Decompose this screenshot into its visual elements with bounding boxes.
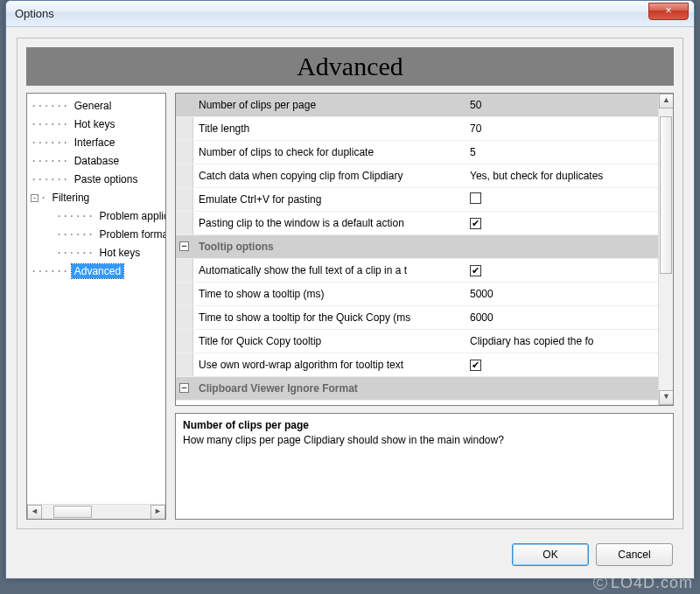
tree-label: Filtering: [50, 191, 93, 205]
prop-name: Time to show a tooltip (ms): [193, 288, 465, 300]
description-text: How many clips per page Clipdiary should…: [183, 434, 666, 446]
grid-row[interactable]: Number of clips per page50: [176, 94, 658, 117]
prop-value[interactable]: 5: [470, 146, 476, 158]
prop-name: Emulate Ctrl+V for pasting: [193, 193, 465, 206]
prop-name: Time to show a tooltip for the Quick Cop…: [193, 311, 465, 324]
scroll-left-button[interactable]: ◄: [27, 505, 42, 520]
options-window: Options × Advanced ······ General······ …: [5, 0, 695, 579]
scroll-down-button[interactable]: ▼: [659, 390, 674, 405]
collapse-icon[interactable]: −: [179, 383, 189, 393]
property-grid: Number of clips per page50Title length70…: [175, 93, 674, 406]
tree-item-advanced[interactable]: ······ Advanced: [31, 262, 165, 281]
expand-icon[interactable]: -: [31, 194, 38, 202]
grid-row[interactable]: Time to show a tooltip for the Quick Cop…: [176, 306, 658, 330]
prop-name: Title for Quick Copy tooltip: [193, 335, 465, 347]
tree-label: Hot keys: [72, 117, 118, 131]
prop-name: Use own word-wrap algorithm for tooltip …: [193, 359, 465, 371]
watermark: CLO4D.com: [593, 574, 693, 592]
cancel-button[interactable]: Cancel: [596, 543, 673, 566]
tree-label: Interface: [72, 136, 118, 150]
grid-row[interactable]: Emulate Ctrl+V for pasting: [176, 188, 658, 212]
tree-item-problem-formats[interactable]: ······ Problem formats: [31, 226, 165, 244]
grid-section[interactable]: −Clipboard Viewer Ignore Format: [176, 377, 658, 401]
tree-body: ······ General······ Hot keys······ Inte…: [31, 97, 165, 503]
grid-row[interactable]: Catch data when copying clip from Clipdi…: [176, 164, 658, 188]
window-title: Options: [15, 7, 54, 20]
section-label: Tooltip options: [193, 241, 658, 253]
tree-item-database[interactable]: ······ Database: [31, 152, 165, 171]
tree-item-paste-options[interactable]: ······ Paste options: [31, 171, 165, 189]
grid-row[interactable]: Number of clips to check for duplicate5: [176, 141, 658, 164]
grid-row[interactable]: Pasting clip to the window is a default …: [176, 212, 658, 235]
tree-item-general[interactable]: ······ General: [31, 97, 165, 115]
content-frame: Advanced ······ General······ Hot keys··…: [17, 38, 683, 529]
close-button[interactable]: ×: [648, 3, 689, 20]
grid-section[interactable]: −Tooltip options: [176, 235, 658, 259]
grid-row[interactable]: Use own word-wrap algorithm for tooltip …: [176, 353, 658, 377]
checkbox[interactable]: ✔: [470, 218, 481, 229]
prop-name: Number of clips to check for duplicate: [193, 146, 465, 158]
section-label: Clipboard Viewer Ignore Format: [193, 382, 658, 395]
tree-label: Advanced: [72, 264, 123, 278]
checkbox[interactable]: [470, 192, 481, 204]
description-title: Number of clips per page: [183, 419, 666, 431]
scroll-thumb[interactable]: [660, 116, 672, 274]
tree-item-filtering[interactable]: -· Filtering: [31, 189, 165, 207]
nav-tree: ······ General······ Hot keys······ Inte…: [26, 93, 166, 520]
prop-value[interactable]: 50: [470, 99, 481, 111]
description-panel: Number of clips per page How many clips …: [175, 413, 674, 520]
grid-vscrollbar[interactable]: ▲ ▼: [658, 94, 673, 405]
grid-row[interactable]: Title length70: [176, 117, 658, 141]
prop-value[interactable]: 70: [470, 122, 481, 135]
tree-item-problem-applicat[interactable]: ······ Problem applicat: [31, 207, 165, 226]
tree-label: General: [72, 99, 115, 113]
grid-row[interactable]: Automatically show the full text of a cl…: [176, 259, 658, 283]
dialog-buttons: OK Cancel: [512, 543, 673, 566]
tree-label: Database: [72, 154, 122, 168]
tree-label: Paste options: [72, 172, 141, 186]
prop-name: Pasting clip to the window is a default …: [193, 217, 465, 229]
titlebar[interactable]: Options ×: [6, 1, 694, 27]
grid-body: Number of clips per page50Title length70…: [176, 94, 658, 405]
grid-row[interactable]: Title for Quick Copy tooltipClipdiary ha…: [176, 330, 658, 353]
tree-label: Hot keys: [97, 246, 144, 260]
prop-name: Automatically show the full text of a cl…: [193, 264, 465, 276]
prop-value[interactable]: 6000: [470, 311, 494, 324]
checkbox[interactable]: ✔: [470, 360, 481, 371]
tree-item-hot-keys[interactable]: ······ Hot keys: [31, 244, 165, 262]
tree-hscrollbar[interactable]: ◄ ►: [27, 504, 165, 519]
scroll-thumb[interactable]: [53, 506, 92, 518]
prop-value[interactable]: 5000: [470, 288, 494, 300]
collapse-icon[interactable]: −: [179, 241, 189, 251]
right-panel: Number of clips per page50Title length70…: [175, 93, 674, 520]
tree-label: Problem formats: [97, 227, 165, 241]
tree-item-interface[interactable]: ······ Interface: [31, 134, 165, 152]
prop-name: Number of clips per page: [193, 99, 465, 111]
tree-label: Problem applicat: [97, 209, 165, 223]
page-header: Advanced: [26, 47, 674, 86]
client-area: Advanced ······ General······ Hot keys··…: [6, 27, 694, 578]
prop-value[interactable]: Yes, but check for duplicates: [470, 170, 603, 182]
checkbox[interactable]: ✔: [470, 265, 481, 276]
tree-item-hot-keys[interactable]: ······ Hot keys: [31, 115, 165, 134]
prop-value[interactable]: Clipdiary has copied the fo: [470, 335, 593, 347]
scroll-right-button[interactable]: ►: [150, 505, 165, 520]
scroll-up-button[interactable]: ▲: [659, 94, 674, 108]
prop-name: Catch data when copying clip from Clipdi…: [193, 170, 465, 182]
prop-name: Title length: [193, 122, 465, 135]
grid-row[interactable]: Time to show a tooltip (ms)5000: [176, 283, 658, 306]
ok-button[interactable]: OK: [512, 543, 589, 566]
